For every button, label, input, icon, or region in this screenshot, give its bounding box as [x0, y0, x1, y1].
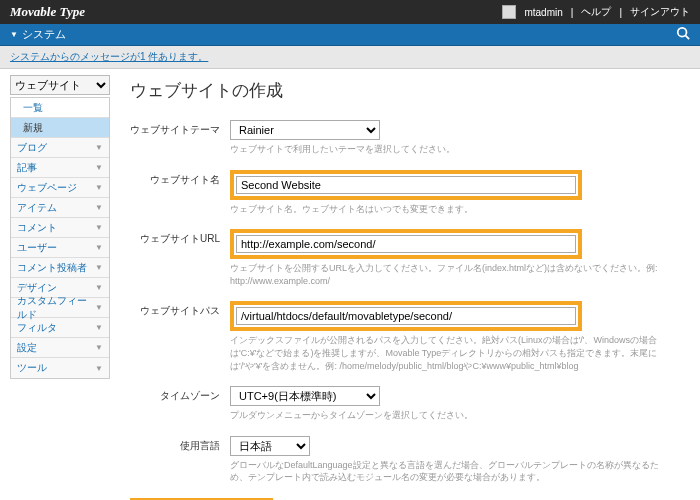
chevron-down-icon: ▼: [95, 263, 103, 272]
sidebar-item-label: 設定: [17, 341, 37, 355]
chevron-down-icon: ▼: [95, 223, 103, 232]
nav-system[interactable]: システム: [22, 27, 66, 42]
language-select[interactable]: 日本語: [230, 436, 310, 456]
theme-label: ウェブサイトテーマ: [130, 120, 230, 156]
sidebar-item[interactable]: コメント投稿者▼: [11, 258, 109, 278]
timezone-hint: プルダウンメニューからタイムゾーンを選択してください。: [230, 409, 670, 422]
website-url-input[interactable]: [236, 235, 576, 253]
sidebar-item-label: アイテム: [17, 201, 57, 215]
user-link[interactable]: mtadmin: [524, 7, 562, 18]
navbar: ▼ システム: [0, 24, 700, 46]
sidebar-item-label: 一覧: [23, 101, 43, 115]
sidebar-item[interactable]: 一覧: [11, 98, 109, 118]
sidebar-item-label: 記事: [17, 161, 37, 175]
sidebar-item-label: コメント: [17, 221, 57, 235]
chevron-down-icon: ▼: [95, 243, 103, 252]
nav-chevron-icon[interactable]: ▼: [10, 30, 18, 39]
chevron-down-icon: ▼: [95, 364, 103, 373]
path-label: ウェブサイトパス: [130, 301, 230, 372]
theme-hint: ウェブサイトで利用したいテーマを選択してください。: [230, 143, 670, 156]
signout-link[interactable]: サインアウト: [630, 5, 690, 19]
timezone-select[interactable]: UTC+9(日本標準時): [230, 386, 380, 406]
system-message-link[interactable]: システムからのメッセージが1 件あります。: [10, 51, 208, 62]
sidebar-item[interactable]: 新規: [11, 118, 109, 138]
sidebar-item-label: フィルタ: [17, 321, 57, 335]
url-label: ウェブサイトURL: [130, 229, 230, 287]
svg-point-0: [678, 28, 687, 37]
sidebar-item-label: ユーザー: [17, 241, 57, 255]
sidebar-item-label: 新規: [23, 121, 43, 135]
url-hint: ウェブサイトを公開するURLを入力してください。ファイル名(index.html…: [230, 262, 670, 287]
topbar-right: mtadmin | ヘルプ | サインアウト: [502, 5, 690, 19]
language-hint: グローバルなDefaultLanguage設定と異なる言語を選んだ場合、グローバ…: [230, 459, 670, 484]
message-bar: システムからのメッセージが1 件あります。: [0, 46, 700, 69]
chevron-down-icon: ▼: [95, 203, 103, 212]
chevron-down-icon: ▼: [95, 283, 103, 292]
sidebar-item-label: カスタムフィールド: [17, 294, 95, 322]
chevron-down-icon: ▼: [95, 303, 103, 312]
website-name-input[interactable]: [236, 176, 576, 194]
search-icon[interactable]: [676, 26, 690, 43]
website-path-input[interactable]: [236, 307, 576, 325]
sidebar-item[interactable]: ウェブページ▼: [11, 178, 109, 198]
theme-select[interactable]: Rainier: [230, 120, 380, 140]
sidebar-item[interactable]: ユーザー▼: [11, 238, 109, 258]
sidebar-item[interactable]: ツール▼: [11, 358, 109, 378]
brand-logo: Movable Type: [10, 4, 85, 20]
page-title: ウェブサイトの作成: [130, 79, 670, 102]
sidebar-item[interactable]: 記事▼: [11, 158, 109, 178]
path-hint: インデックスファイルが公開されるパスを入力してください。絶対パス(Linuxの場…: [230, 334, 670, 372]
sidebar-item-label: ツール: [17, 361, 47, 375]
timezone-label: タイムゾーン: [130, 386, 230, 422]
name-hint: ウェブサイト名。ウェブサイト名はいつでも変更できます。: [230, 203, 670, 216]
topbar: Movable Type mtadmin | ヘルプ | サインアウト: [0, 0, 700, 24]
main-content: ウェブサイトの作成 ウェブサイトテーマ Rainier ウェブサイトで利用したい…: [110, 69, 700, 500]
chevron-down-icon: ▼: [95, 143, 103, 152]
sidebar-item[interactable]: アイテム▼: [11, 198, 109, 218]
language-label: 使用言語: [130, 436, 230, 484]
chevron-down-icon: ▼: [95, 323, 103, 332]
chevron-down-icon: ▼: [95, 163, 103, 172]
chevron-down-icon: ▼: [95, 343, 103, 352]
sidebar-item[interactable]: コメント▼: [11, 218, 109, 238]
sidebar-item-label: ウェブページ: [17, 181, 77, 195]
sidebar-item-label: コメント投稿者: [17, 261, 87, 275]
chevron-down-icon: ▼: [95, 183, 103, 192]
sidebar-list: 一覧新規ブログ▼記事▼ウェブページ▼アイテム▼コメント▼ユーザー▼コメント投稿者…: [10, 97, 110, 379]
user-avatar-icon: [502, 5, 516, 19]
sidebar-item-label: ブログ: [17, 141, 47, 155]
sidebar-scope-selector[interactable]: ウェブサイト: [10, 75, 110, 95]
sidebar: ウェブサイト 一覧新規ブログ▼記事▼ウェブページ▼アイテム▼コメント▼ユーザー▼…: [0, 69, 110, 500]
name-label: ウェブサイト名: [130, 170, 230, 216]
sidebar-item[interactable]: カスタムフィールド▼: [11, 298, 109, 318]
help-link[interactable]: ヘルプ: [581, 5, 611, 19]
sidebar-item[interactable]: ブログ▼: [11, 138, 109, 158]
svg-line-1: [686, 36, 690, 40]
sidebar-item-label: デザイン: [17, 281, 57, 295]
sidebar-item[interactable]: 設定▼: [11, 338, 109, 358]
